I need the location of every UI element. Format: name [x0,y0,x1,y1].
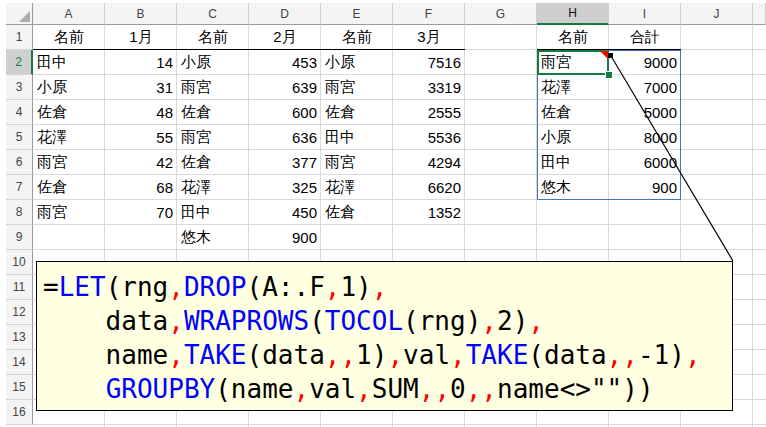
cell-B3[interactable]: 31 [105,75,177,100]
column-header-C[interactable]: C [177,3,249,25]
formula-segment: , [450,340,466,370]
formula-segment: , [168,272,184,302]
row-header-3[interactable]: 3 [6,75,33,100]
formula-segment [43,374,106,404]
row-header-16[interactable]: 16 [6,400,33,425]
column-header-H[interactable]: H [537,3,609,25]
cell-H1[interactable]: 名前 [537,25,609,50]
formula-segment: ,, [466,374,497,404]
cell-E7[interactable]: 花澤 [321,175,393,200]
row-header-11[interactable]: 11 [6,275,33,300]
row-header-7[interactable]: 7 [6,175,33,200]
row-header-6[interactable]: 6 [6,150,33,175]
cell-F7[interactable]: 6620 [393,175,465,200]
cell-D2[interactable]: 453 [249,50,321,75]
cell-D9[interactable]: 900 [249,225,321,250]
column-header-I[interactable]: I [609,3,681,25]
formula-segment: name [43,340,168,370]
cell-A7[interactable]: 佐倉 [33,175,105,200]
row-header-15[interactable]: 15 [6,375,33,400]
formula-segment: SUM [372,374,419,404]
note-box[interactable]: =LET(rng,DROP(A:.F,1), data,WRAPROWS(TOC… [36,261,733,411]
cell-B8[interactable]: 70 [105,200,177,225]
row-header-2[interactable]: 2 [6,50,33,75]
formula-segment: TOCOL [325,306,403,336]
column-header-F[interactable]: F [393,3,465,25]
column-header-partial[interactable] [753,3,766,25]
cell-A6[interactable]: 雨宮 [33,150,105,175]
cell-F2[interactable]: 7516 [393,50,465,75]
column-header-A[interactable]: A [33,3,105,25]
cell-I1[interactable]: 合計 [609,25,681,50]
select-all-button[interactable] [6,3,33,25]
fill-handle[interactable] [605,71,613,79]
row-header-8[interactable]: 8 [6,200,33,225]
column-header-E[interactable]: E [321,3,393,25]
cell-C3[interactable]: 雨宮 [177,75,249,100]
formula-segment: GROUPBY [106,374,216,404]
cell-E5[interactable]: 田中 [321,125,393,150]
cell-B5[interactable]: 55 [105,125,177,150]
cell-D8[interactable]: 450 [249,200,321,225]
row-header-4[interactable]: 4 [6,100,33,125]
cell-E8[interactable]: 佐倉 [321,200,393,225]
formula-line-1: =LET(rng,DROP(A:.F,1), [43,270,732,304]
formula-segment: , [372,272,388,302]
cell-A4[interactable]: 佐倉 [33,100,105,125]
cell-E2[interactable]: 小原 [321,50,393,75]
cell-C6[interactable]: 佐倉 [177,150,249,175]
cell-C2[interactable]: 小原 [177,50,249,75]
cell-E1[interactable]: 名前 [321,25,393,50]
cell-B6[interactable]: 42 [105,150,177,175]
cell-C9[interactable]: 悠木 [177,225,249,250]
cell-A2[interactable]: 田中 [33,50,105,75]
row-header-12[interactable]: 12 [6,300,33,325]
cell-F6[interactable]: 4294 [393,150,465,175]
row-header-5[interactable]: 5 [6,125,33,150]
cell-C7[interactable]: 花澤 [177,175,249,200]
row-header-14[interactable]: 14 [6,350,33,375]
cell-E6[interactable]: 雨宮 [321,150,393,175]
formula-segment: = [43,272,59,302]
cell-B4[interactable]: 48 [105,100,177,125]
row-header-9[interactable]: 9 [6,225,33,250]
column-header-D[interactable]: D [249,3,321,25]
cell-C5[interactable]: 雨宮 [177,125,249,150]
column-header-J[interactable]: J [681,3,753,25]
cell-C1[interactable]: 名前 [177,25,249,50]
cell-D5[interactable]: 636 [249,125,321,150]
cell-F3[interactable]: 3319 [393,75,465,100]
row-header-10[interactable]: 10 [6,250,33,275]
cell-B1[interactable]: 1月 [105,25,177,50]
cell-A5[interactable]: 花澤 [33,125,105,150]
spreadsheet: ABCDEFGHIJ 12345678910111213141516 名前田中小… [0,0,766,427]
column-header-G[interactable]: G [465,3,537,25]
formula-segment: , [168,306,184,336]
cell-A1[interactable]: 名前 [33,25,105,50]
cell-D1[interactable]: 2月 [249,25,321,50]
cell-F1[interactable]: 3月 [393,25,465,50]
cell-B7[interactable]: 68 [105,175,177,200]
cell-C8[interactable]: 田中 [177,200,249,225]
cell-F8[interactable]: 1352 [393,200,465,225]
cell-B2[interactable]: 14 [105,50,177,75]
column-header-B[interactable]: B [105,3,177,25]
cell-D6[interactable]: 377 [249,150,321,175]
cell-D4[interactable]: 600 [249,100,321,125]
cell-C4[interactable]: 佐倉 [177,100,249,125]
cell-E4[interactable]: 佐倉 [321,100,393,125]
formula-segment: , [481,306,497,336]
formula-segment: ( [309,306,325,336]
cell-F5[interactable]: 5536 [393,125,465,150]
cell-F4[interactable]: 2555 [393,100,465,125]
cell-E3[interactable]: 雨宮 [321,75,393,100]
row-header-13[interactable]: 13 [6,325,33,350]
cell-D3[interactable]: 639 [249,75,321,100]
formula-line-4: GROUPBY(name,val,SUM,,0,,name<>"")) [43,372,732,406]
row-header-1[interactable]: 1 [6,25,33,50]
active-cell-border [537,50,609,75]
cell-D7[interactable]: 325 [249,175,321,200]
cell-A3[interactable]: 小原 [33,75,105,100]
formula-segment: ,, [419,374,450,404]
cell-A8[interactable]: 雨宮 [33,200,105,225]
